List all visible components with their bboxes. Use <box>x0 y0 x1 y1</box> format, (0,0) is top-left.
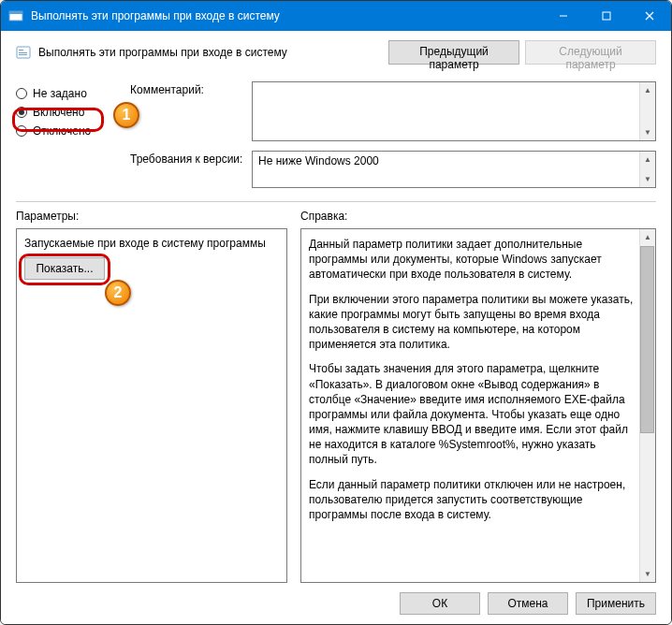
svg-rect-3 <box>603 12 610 20</box>
radio-icon <box>16 125 27 137</box>
comment-label: Комментарий: <box>130 81 252 96</box>
page-title: Выполнять эти программы при входе в сист… <box>38 46 381 59</box>
scroll-up-icon[interactable]: ▲ <box>640 229 655 245</box>
radio-icon <box>16 88 27 99</box>
scroll-up-icon[interactable]: ▲ <box>640 152 655 167</box>
annotation-badge-2: 2 <box>105 280 131 306</box>
prev-setting-button[interactable]: Предыдущий параметр <box>388 40 519 65</box>
ok-button[interactable]: ОК <box>400 592 480 615</box>
params-description: Запускаемые при входе в систему программ… <box>24 237 266 250</box>
scroll-down-icon[interactable]: ▼ <box>640 566 655 582</box>
radio-icon <box>16 107 27 118</box>
separator <box>16 201 656 202</box>
close-button[interactable] <box>628 1 671 31</box>
svg-rect-9 <box>19 54 27 55</box>
radio-label: Отключено <box>33 124 91 138</box>
cancel-button[interactable]: Отмена <box>488 592 568 615</box>
scrollbar[interactable]: ▲ ▼ <box>639 82 655 140</box>
policy-icon <box>16 45 31 60</box>
help-paragraph: Если данный параметр политики отключен и… <box>309 477 635 523</box>
window-title: Выполнять эти программы при входе в сист… <box>31 9 542 22</box>
help-paragraph: Данный параметр политики задает дополнит… <box>309 237 635 283</box>
radio-label: Включено <box>33 106 84 119</box>
comment-textarea[interactable]: ▲ ▼ <box>252 81 656 141</box>
scrollbar-thumb[interactable] <box>640 246 654 433</box>
scroll-down-icon[interactable]: ▼ <box>640 124 655 140</box>
help-label: Справка: <box>300 210 656 223</box>
titlebar: Выполнять эти программы при входе в сист… <box>1 1 671 31</box>
scroll-up-icon[interactable]: ▲ <box>640 82 655 98</box>
params-box: Запускаемые при входе в систему программ… <box>16 228 287 583</box>
svg-rect-8 <box>19 52 27 53</box>
radio-not-configured[interactable]: Не задано <box>16 87 119 100</box>
show-button[interactable]: Показать... <box>24 257 105 280</box>
maximize-button[interactable] <box>585 1 628 31</box>
help-paragraph: Чтобы задать значения для этого параметр… <box>309 361 635 467</box>
help-paragraph: При включении этого параметра политики в… <box>309 292 635 353</box>
help-box: Данный параметр политики задает дополнит… <box>300 228 656 583</box>
state-radio-group: Не задано Включено Отключено 1 <box>16 81 119 188</box>
radio-label: Не задано <box>33 87 87 100</box>
radio-enabled[interactable]: Включено <box>16 106 119 119</box>
requirements-value: Не ниже Windows 2000 <box>258 154 379 167</box>
scroll-down-icon[interactable]: ▼ <box>640 171 655 187</box>
next-setting-button: Следующий параметр <box>525 40 656 65</box>
app-icon <box>8 8 23 23</box>
radio-disabled[interactable]: Отключено <box>16 124 119 138</box>
apply-button[interactable]: Применить <box>576 592 656 615</box>
minimize-button[interactable] <box>542 1 585 31</box>
scrollbar[interactable]: ▲ ▼ <box>639 152 655 187</box>
params-label: Параметры: <box>16 210 287 223</box>
requirements-label: Требования к версии: <box>130 151 252 166</box>
svg-rect-7 <box>19 50 23 51</box>
svg-rect-1 <box>9 11 22 14</box>
requirements-box: Не ниже Windows 2000 ▲ ▼ <box>252 151 656 188</box>
